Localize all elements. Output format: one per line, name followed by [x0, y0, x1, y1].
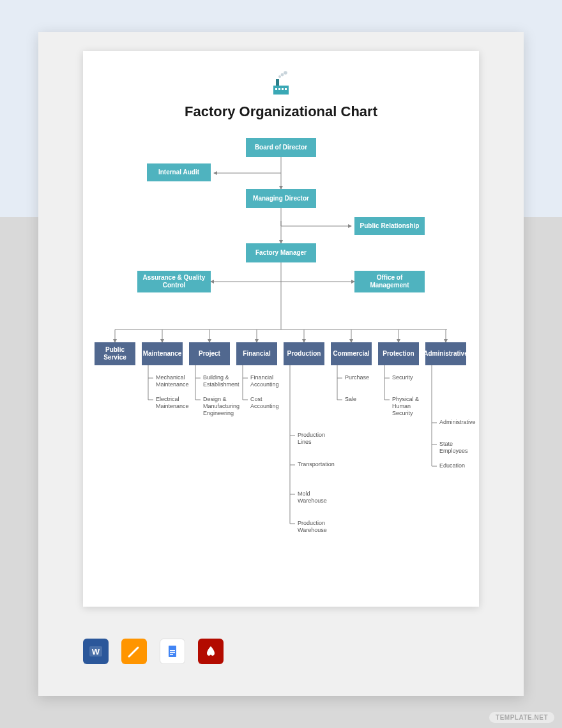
dept-public-service: Public Service [95, 342, 135, 365]
sub-item: Security [392, 374, 413, 381]
svg-rect-1 [275, 88, 277, 90]
node-factory-manager: Factory Manager [246, 243, 316, 262]
sub-item: Physical & Human Security [392, 396, 430, 416]
sub-item: Sale [345, 396, 356, 403]
svg-rect-52 [170, 650, 175, 651]
sub-item: Electrical Maintenance [156, 396, 194, 410]
svg-text:W: W [92, 647, 100, 656]
svg-point-8 [284, 71, 287, 75]
node-office-management: Office of Management [354, 271, 425, 292]
dept-administrative: Administrative [425, 342, 466, 365]
chart-title: Factory Organizational Chart [102, 103, 460, 120]
word-icon: W [83, 639, 109, 664]
sub-item: Administrative [439, 419, 476, 426]
document-page: Factory Organizational Chart [83, 51, 479, 607]
sub-item: Transportation [298, 461, 335, 468]
dept-protection: Protection [378, 342, 419, 365]
org-chart: Board of Director Internal Audit Managin… [102, 138, 460, 585]
preview-card: Factory Organizational Chart [38, 32, 524, 696]
svg-point-6 [278, 75, 281, 78]
svg-rect-5 [276, 79, 279, 86]
google-docs-icon [160, 639, 185, 664]
svg-point-7 [281, 73, 284, 77]
sub-item: Cost Accounting [250, 396, 289, 410]
sub-item: Purchase [345, 374, 369, 381]
sub-item: State Employees [439, 441, 468, 455]
node-internal-audit: Internal Audit [147, 163, 211, 181]
sub-item: Building & Establishment [203, 374, 241, 388]
app-icons-row: W [83, 639, 224, 664]
svg-rect-2 [278, 88, 280, 90]
watermark: TEMPLATE.NET [489, 712, 554, 723]
svg-rect-4 [285, 88, 287, 90]
sub-item: Mold Warehouse [298, 490, 336, 504]
sub-item: Production Warehouse [298, 520, 336, 534]
sub-item: Financial Accounting [250, 374, 289, 388]
node-board: Board of Director [246, 138, 316, 157]
node-managing-director: Managing Director [246, 189, 316, 208]
factory-icon [102, 70, 460, 101]
pages-icon [121, 639, 147, 664]
svg-rect-53 [170, 652, 175, 653]
pdf-icon [198, 639, 224, 664]
sub-item: Design & Manufacturing Engineering [203, 396, 241, 416]
dept-commercial: Commercial [331, 342, 372, 365]
sub-item: Education [439, 462, 465, 469]
svg-rect-3 [282, 88, 284, 90]
sub-item: Production Lines [298, 432, 336, 446]
svg-rect-51 [169, 646, 176, 657]
node-public-relationship: Public Relationship [354, 217, 425, 235]
svg-rect-54 [170, 654, 173, 655]
dept-production: Production [284, 342, 324, 365]
sub-item: Mechanical Maintenance [156, 374, 194, 388]
dept-project: Project [189, 342, 230, 365]
dept-maintenance: Maintenance [142, 342, 183, 365]
dept-financial: Financial [236, 342, 277, 365]
node-assurance-quality: Assurance & Quality Control [137, 271, 211, 292]
